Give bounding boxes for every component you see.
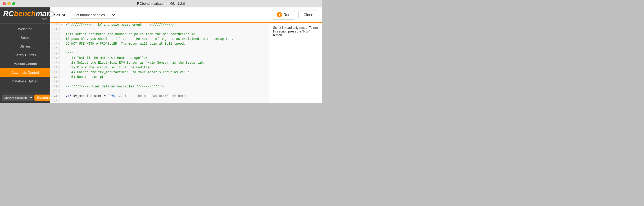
line-content bbox=[64, 89, 67, 93]
code-line: 13 bbox=[50, 80, 269, 85]
code-line: 14 ///////////// User defined variables … bbox=[50, 85, 269, 89]
script-toolbar: Script: Get number of poles Run Clone bbox=[50, 7, 322, 23]
sidebar-item-safety-cutoffs[interactable]: Safety Cutoffs bbox=[0, 51, 50, 59]
nav-items: Welcome Setup Utilities Safety Cutoffs M… bbox=[0, 25, 50, 86]
titlebar: RCbenchmark.com – GUI 1.2.0 bbox=[0, 0, 322, 7]
line-number: 2 bbox=[50, 27, 60, 31]
run-label: Run bbox=[284, 13, 291, 17]
code-line: 10 3) Clone the script, so it can be mod… bbox=[50, 65, 269, 70]
line-content: /* /////////// kV and pole measurement /… bbox=[64, 23, 174, 27]
line-number: 9 bbox=[50, 61, 60, 64]
code-line: 12 5) Run the script bbox=[50, 75, 269, 80]
code-line: 7 Use: bbox=[50, 51, 269, 56]
line-content: 4) Change the "kV_manufacturer" to your … bbox=[64, 70, 191, 74]
fold-arrow bbox=[60, 42, 64, 42]
line-number: 8 bbox=[50, 56, 60, 59]
sidebar-item-setup[interactable]: Setup bbox=[0, 33, 50, 42]
fold-arrow bbox=[60, 94, 64, 95]
fold-arrow bbox=[60, 37, 64, 38]
script-select[interactable]: Get number of poles bbox=[70, 11, 116, 19]
sidebar-item-manual-control[interactable]: Manual Control bbox=[0, 59, 50, 68]
code-line: 16 var kV_manufacturer = 2260; // Input … bbox=[50, 94, 269, 99]
sidebar-item-automatic-control[interactable]: Automatic Control bbox=[0, 68, 50, 77]
sidebar-item-utilities[interactable]: Utilities bbox=[0, 42, 50, 51]
line-content bbox=[64, 99, 67, 103]
line-content: DO NOT USE WITH A PROPELLER. The motor w… bbox=[64, 42, 186, 46]
fold-arrow bbox=[60, 85, 64, 85]
port-select[interactable]: /dev/tty.Bluetooth- bbox=[2, 95, 33, 101]
code-editor[interactable]: 1 ▼ /* /////////// kV and pole measureme… bbox=[50, 23, 269, 103]
code-line: 2 bbox=[50, 27, 269, 32]
script-label: Script: bbox=[54, 13, 67, 17]
side-note: Script in read only mode. To run this sc… bbox=[269, 23, 322, 103]
line-number: 11 bbox=[50, 70, 60, 74]
fold-arrow bbox=[60, 70, 64, 71]
fold-arrow[interactable]: ▼ bbox=[60, 23, 64, 26]
line-content: 2) Select the Electrical RPM Sensor as "… bbox=[64, 61, 205, 65]
run-icon bbox=[277, 12, 282, 17]
minimize-button[interactable] bbox=[7, 2, 11, 5]
code-line: 8 1) Install the motor without a propell… bbox=[50, 56, 269, 61]
logo-area: RCbenchmark .com bbox=[0, 7, 50, 24]
clone-button[interactable]: Clone bbox=[298, 11, 318, 19]
close-button[interactable] bbox=[3, 2, 6, 5]
line-content bbox=[64, 80, 67, 84]
line-content: var kV_manufacturer = 2260; // Input the… bbox=[64, 94, 186, 98]
connect-button[interactable]: Connect bbox=[34, 95, 52, 101]
sidebar: RCbenchmark .com Welcome Setup Utilities… bbox=[0, 7, 50, 103]
line-number: 1 bbox=[50, 23, 60, 26]
fold-arrow bbox=[60, 32, 64, 33]
fold-arrow bbox=[60, 46, 64, 47]
code-line: 6 bbox=[50, 46, 269, 51]
sidebar-item-welcome[interactable]: Welcome bbox=[0, 25, 50, 33]
side-note-text: Script in read only mode. To run this sc… bbox=[273, 26, 318, 37]
line-content bbox=[64, 46, 67, 50]
logo-rc: RC bbox=[3, 10, 14, 17]
content-area: Script: Get number of poles Run Clone 1 … bbox=[50, 7, 322, 103]
fold-arrow bbox=[60, 56, 64, 57]
maximize-button[interactable] bbox=[12, 2, 15, 5]
logo: RCbenchmark bbox=[3, 10, 47, 17]
line-number: 6 bbox=[50, 46, 60, 50]
fold-arrow bbox=[60, 80, 64, 80]
fold-arrow bbox=[60, 99, 64, 99]
run-button[interactable]: Run bbox=[272, 10, 296, 20]
line-number: 14 bbox=[50, 85, 60, 88]
traffic-lights bbox=[3, 2, 15, 5]
editor-wrapper: 1 ▼ /* /////////// kV and pole measureme… bbox=[50, 23, 322, 103]
logo-bench: bench bbox=[14, 10, 35, 17]
logo-dotcom: .com bbox=[3, 17, 47, 21]
code-line: 1 ▼ /* /////////// kV and pole measureme… bbox=[50, 23, 269, 27]
line-number: 17 bbox=[50, 99, 60, 102]
line-content: 5) Run the script bbox=[64, 75, 104, 79]
fold-arrow bbox=[60, 65, 64, 66]
line-content: 1) Install the motor without a propeller bbox=[64, 56, 148, 60]
main-layout: RCbenchmark .com Welcome Setup Utilities… bbox=[0, 7, 322, 103]
line-number: 5 bbox=[50, 42, 60, 45]
code-line: 4 If possible, you should still count th… bbox=[50, 37, 269, 42]
logo-circle-icon bbox=[48, 11, 54, 17]
logo-mark-wrap: mark bbox=[36, 10, 53, 17]
fold-arrow bbox=[60, 61, 64, 61]
line-number: 12 bbox=[50, 75, 60, 78]
code-line: 9 2) Select the Electrical RPM Sensor as… bbox=[50, 61, 269, 65]
line-content: This script estimates the number of pole… bbox=[64, 32, 197, 36]
code-line: 15 bbox=[50, 89, 269, 94]
fold-arrow bbox=[60, 89, 64, 90]
connection-area: /dev/tty.Bluetooth- Connect bbox=[0, 92, 50, 103]
line-number: 4 bbox=[50, 37, 60, 40]
line-number: 3 bbox=[50, 32, 60, 36]
line-content: If possible, you should still count the … bbox=[64, 37, 233, 41]
window-title: RCbenchmark.com – GUI 1.2.0 bbox=[137, 2, 185, 6]
line-number: 16 bbox=[50, 94, 60, 97]
fold-arrow bbox=[60, 27, 64, 28]
line-number: 15 bbox=[50, 89, 60, 93]
line-number: 7 bbox=[50, 51, 60, 55]
sidebar-item-database-upload[interactable]: Database Upload bbox=[0, 77, 50, 86]
line-content: 3) Clone the script, so it can be modifi… bbox=[64, 65, 151, 69]
code-line: 11 4) Change the "kV_manufacturer" to yo… bbox=[50, 70, 269, 75]
code-line: 3 This script estimates the number of po… bbox=[50, 32, 269, 37]
fold-arrow bbox=[60, 51, 64, 52]
line-number: 13 bbox=[50, 80, 60, 83]
line-content: ///////////// User defined variables ///… bbox=[64, 85, 165, 88]
